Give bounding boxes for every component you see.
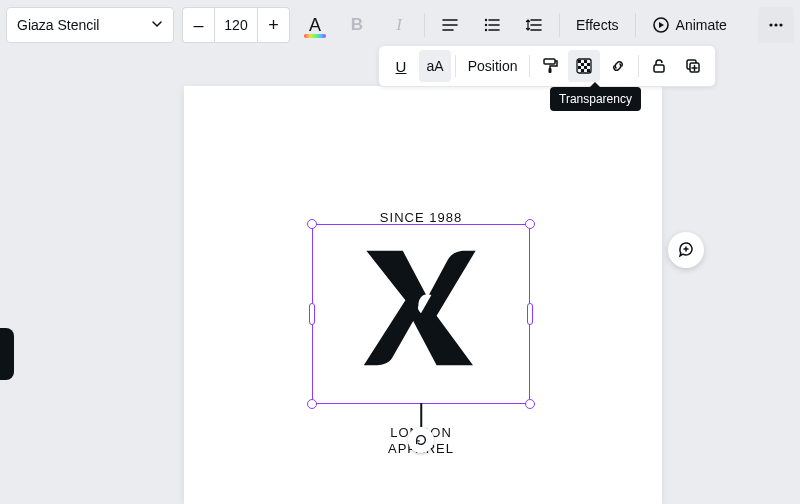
spacing-icon: [525, 16, 543, 34]
duplicate-icon: [684, 57, 702, 75]
position-label: Position: [468, 58, 518, 74]
link-button[interactable]: [602, 50, 634, 82]
divider: [529, 55, 530, 77]
text-color-swatch: [304, 34, 326, 38]
svg-rect-11: [584, 60, 587, 63]
logo-since-text[interactable]: SINCE 1988: [312, 210, 530, 225]
alignment-button[interactable]: [433, 8, 467, 42]
list-button[interactable]: [475, 8, 509, 42]
resize-handle-nw[interactable]: [307, 219, 317, 229]
comment-fab[interactable]: [668, 232, 704, 268]
font-family-select[interactable]: Giaza Stencil: [6, 7, 174, 43]
tooltip-text: Transparency: [559, 92, 632, 106]
divider: [638, 55, 639, 77]
svg-rect-12: [581, 63, 584, 66]
case-icon: aA: [426, 58, 443, 74]
text-color-button[interactable]: A: [298, 8, 332, 42]
lock-button[interactable]: [643, 50, 675, 82]
svg-rect-10: [578, 60, 581, 63]
text-color-a-icon: A: [309, 15, 321, 36]
animate-button[interactable]: Animate: [644, 8, 735, 42]
more-icon: [767, 16, 785, 34]
svg-point-6: [779, 23, 782, 26]
side-panel-handle[interactable]: [0, 328, 14, 380]
svg-rect-16: [581, 69, 584, 72]
svg-rect-18: [654, 65, 664, 72]
position-button[interactable]: Position: [460, 50, 525, 82]
divider: [424, 13, 425, 37]
lock-icon: [650, 57, 668, 75]
link-icon: [609, 57, 627, 75]
paint-roller-icon: [541, 57, 559, 75]
svg-point-2: [485, 29, 487, 31]
bold-button[interactable]: B: [340, 8, 374, 42]
rotate-stem: [420, 403, 422, 427]
svg-rect-14: [578, 66, 581, 69]
font-size-group: – 120 +: [182, 7, 290, 43]
bold-icon: B: [351, 15, 363, 35]
svg-point-0: [485, 19, 487, 21]
font-size-input[interactable]: 120: [214, 7, 258, 43]
uppercase-button[interactable]: aA: [419, 50, 451, 82]
font-family-label: Giaza Stencil: [17, 17, 99, 33]
selection-box[interactable]: [312, 224, 530, 404]
rotate-icon: [414, 433, 428, 447]
resize-handle-w[interactable]: [309, 303, 315, 325]
chevron-down-icon: [151, 17, 163, 33]
animate-label: Animate: [676, 17, 727, 33]
font-size-value: 120: [224, 17, 247, 33]
underline-icon: U: [396, 58, 407, 75]
effects-button[interactable]: Effects: [568, 8, 627, 42]
svg-rect-7: [544, 59, 555, 64]
svg-point-1: [485, 24, 487, 26]
comment-plus-icon: [677, 241, 695, 259]
underline-button[interactable]: U: [385, 50, 417, 82]
font-size-increase-button[interactable]: +: [258, 7, 290, 43]
transparency-button[interactable]: [568, 50, 600, 82]
transparency-tooltip: Transparency: [550, 87, 641, 111]
divider: [455, 55, 456, 77]
svg-point-5: [774, 23, 777, 26]
italic-button[interactable]: I: [382, 8, 416, 42]
more-button[interactable]: [758, 7, 794, 43]
divider: [635, 13, 636, 37]
align-icon: [441, 16, 459, 34]
top-toolbar: Giaza Stencil – 120 + A B I: [6, 6, 794, 44]
italic-icon: I: [396, 15, 402, 35]
resize-handle-ne[interactable]: [525, 219, 535, 229]
secondary-toolbar: U aA Position: [378, 45, 716, 87]
font-size-decrease-button[interactable]: –: [182, 7, 214, 43]
svg-rect-15: [584, 66, 587, 69]
animate-icon: [652, 16, 670, 34]
rotate-handle[interactable]: [408, 427, 434, 453]
svg-rect-8: [549, 68, 552, 73]
resize-handle-e[interactable]: [527, 303, 533, 325]
style-copy-button[interactable]: [534, 50, 566, 82]
svg-rect-17: [587, 69, 590, 72]
divider: [559, 13, 560, 37]
svg-rect-13: [587, 63, 590, 66]
transparency-icon: [575, 57, 593, 75]
resize-handle-se[interactable]: [525, 399, 535, 409]
list-icon: [483, 16, 501, 34]
svg-point-4: [769, 23, 772, 26]
duplicate-button[interactable]: [677, 50, 709, 82]
resize-handle-sw[interactable]: [307, 399, 317, 409]
spacing-button[interactable]: [517, 8, 551, 42]
effects-label: Effects: [576, 17, 619, 33]
